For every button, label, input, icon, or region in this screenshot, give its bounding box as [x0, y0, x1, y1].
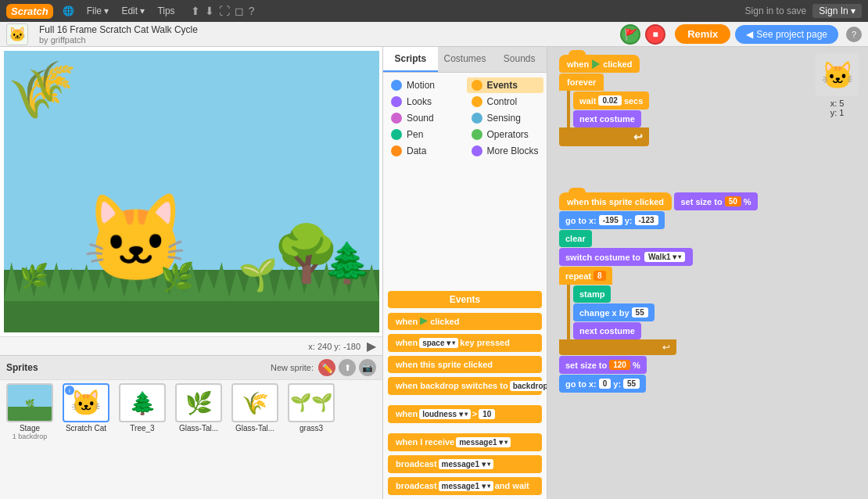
- reeds-left2: 🌾: [27, 59, 76, 104]
- category-sensing[interactable]: Sensing: [467, 110, 544, 126]
- palette-when-sprite-clicked[interactable]: when this sprite clicked: [388, 356, 542, 373]
- block-next-costume-1[interactable]: next costume: [573, 110, 641, 127]
- operators-dot: [472, 129, 482, 140]
- sprite-item-tree3[interactable]: 🌲 Tree_3: [116, 383, 169, 497]
- stage-coords: x: 240 y: -180 ▶: [0, 336, 382, 355]
- more-blocks-dot: [472, 145, 482, 156]
- stage-coord-text: x: 240 y: -180: [308, 342, 360, 351]
- sprite-item-grass3[interactable]: 🌱🌱 grass3: [285, 383, 338, 497]
- tab-scripts[interactable]: Scripts: [383, 47, 438, 72]
- paint-sprite-btn[interactable]: ✏️: [318, 359, 335, 376]
- pen-label: Pen: [407, 129, 423, 140]
- sign-in-to-save[interactable]: Sign in to save: [745, 5, 807, 16]
- block-clear[interactable]: clear: [559, 230, 592, 247]
- sprite-thumbnail-tree3: 🌲: [119, 383, 166, 422]
- stage-expand-btn[interactable]: ▶: [367, 339, 376, 354]
- tree-right2: 🌲: [323, 240, 371, 285]
- sprite-name-scratch-cat: Scratch Cat: [66, 424, 106, 433]
- sprite-info-btn[interactable]: i: [65, 386, 74, 395]
- shrub-left: 🌿: [20, 262, 48, 289]
- remix-button[interactable]: Remix: [675, 24, 730, 44]
- file-menu[interactable]: File ▾: [84, 4, 113, 18]
- sprites-header: Sprites New sprite: ✏️ ⬆ 📷: [0, 356, 382, 380]
- sign-in-btn[interactable]: Sign In ▾: [812, 4, 862, 18]
- sprite-preview: 🐱: [816, 53, 859, 96]
- palette-when-receive[interactable]: when I receive message1 ▾: [388, 433, 542, 451]
- see-project-label: See project page: [756, 29, 827, 40]
- stop-btn[interactable]: ■: [645, 24, 665, 45]
- stage-canvas[interactable]: 🌾 🌾 🌳 🌲 🐱 🌿 🌿 🌱: [4, 51, 379, 332]
- sprite-name-glasstall1: Glass-Tal...: [179, 424, 218, 433]
- sprite-name-tree3: Tree_3: [130, 424, 154, 433]
- block-when-flag-clicked[interactable]: when clicked: [559, 55, 640, 73]
- block-repeat[interactable]: repeat 8: [559, 267, 612, 285]
- sprite-icons: ✏️ ⬆ 📷: [318, 359, 376, 376]
- palette-when-backdrop-switches[interactable]: when backdrop switches to backdrop ▾: [388, 377, 542, 395]
- operators-label: Operators: [487, 129, 529, 140]
- see-project-icon: ◀: [746, 29, 753, 40]
- data-label: Data: [407, 145, 426, 156]
- tab-sounds[interactable]: Sounds: [492, 47, 547, 72]
- project-author: by griffpatch: [39, 35, 615, 45]
- help-icon[interactable]: ?: [249, 5, 255, 17]
- sprite-item-glasstall2[interactable]: 🌾 Glass-Tal...: [228, 383, 282, 497]
- camera-sprite-btn[interactable]: 📷: [359, 359, 376, 376]
- green-flag-btn[interactable]: 🚩: [620, 24, 640, 45]
- block-goto-xy-2[interactable]: go to x: 0 y: 55: [559, 375, 646, 393]
- block-set-size-50[interactable]: set size to 50 %: [674, 192, 757, 210]
- help-button[interactable]: ?: [846, 27, 862, 42]
- block-switch-costume[interactable]: switch costume to Walk1 ▾: [559, 248, 693, 266]
- block-goto-xy-1[interactable]: go to x: -195 y: -123: [559, 211, 665, 229]
- block-change-x[interactable]: change x by 55: [573, 303, 655, 321]
- edit-menu[interactable]: Edit ▾: [118, 4, 148, 18]
- sprites-label: Sprites: [6, 362, 271, 373]
- block-set-size-120[interactable]: set size to 120 %: [559, 356, 647, 374]
- category-events[interactable]: Events: [467, 77, 544, 93]
- block-when-sprite-clicked[interactable]: when this sprite clicked: [559, 192, 672, 210]
- stage-thumbnail: 🌿: [6, 383, 53, 422]
- category-pen[interactable]: Pen: [386, 127, 464, 142]
- main-layout: 🌾 🌾 🌳 🌲 🐱 🌿 🌿 🌱 x: 240 y: -180 ▶ Sprites…: [0, 47, 868, 499]
- block-next-costume-2[interactable]: next costume: [573, 322, 641, 339]
- sprite-thumbnail-scratch-cat: i 🐱: [63, 383, 109, 422]
- block-wait[interactable]: wait 0.02 secs: [573, 92, 649, 109]
- sprite-thumbnail-glasstall2: 🌾: [231, 383, 278, 422]
- category-sound[interactable]: Sound: [386, 110, 464, 126]
- motion-label: Motion: [407, 80, 435, 91]
- palette-when-loudness[interactable]: when loudness ▾ > 10: [388, 405, 542, 423]
- sprite-item-scratch-cat[interactable]: i 🐱 Scratch Cat: [59, 383, 113, 497]
- category-operators[interactable]: Operators: [467, 127, 544, 142]
- globe-btn[interactable]: 🌐: [59, 4, 77, 18]
- palette-spacer2: [388, 425, 542, 431]
- palette-broadcast-wait[interactable]: broadcast message1 ▾ and wait: [388, 477, 542, 495]
- fullscreen-icon[interactable]: ⛶: [219, 5, 230, 17]
- block-stamp[interactable]: stamp: [573, 285, 611, 303]
- download-icon[interactable]: ⬇: [205, 5, 214, 17]
- category-data[interactable]: Data: [386, 143, 464, 159]
- category-more-blocks[interactable]: More Blocks: [467, 143, 544, 159]
- tab-costumes[interactable]: Costumes: [438, 47, 493, 72]
- palette-when-flag-clicked[interactable]: when clicked: [388, 313, 542, 330]
- theater-icon[interactable]: ◻: [235, 5, 244, 17]
- stage-sprite-item[interactable]: 🌿 Stage 1 backdrop: [3, 383, 56, 497]
- new-sprite-label: New sprite:: [271, 363, 314, 372]
- scratch-logo[interactable]: Scratch: [6, 4, 53, 19]
- palette-broadcast[interactable]: broadcast message1 ▾: [388, 455, 542, 473]
- blocks-area: Scripts Costumes Sounds Motion Looks: [383, 47, 547, 499]
- scripts-area[interactable]: when clicked forever wait 0.02 secs: [547, 47, 868, 499]
- palette-when-key-pressed[interactable]: when space ▾ key pressed: [388, 334, 542, 352]
- upload-icon[interactable]: ⬆: [191, 5, 200, 17]
- category-looks[interactable]: Looks: [386, 94, 464, 109]
- sprite-item-glasstall1[interactable]: 🌿 Glass-Tal...: [172, 383, 225, 497]
- block-forever-container: forever wait 0.02 secs next costume: [559, 74, 649, 146]
- category-motion[interactable]: Motion: [386, 77, 464, 93]
- block-forever[interactable]: forever: [559, 74, 604, 91]
- upload-sprite-btn[interactable]: ⬆: [339, 359, 356, 376]
- sprite-info: 🐱 x: 5 y: 1: [816, 53, 859, 117]
- category-control[interactable]: Control: [467, 94, 544, 109]
- see-project-button[interactable]: ◀ See project page: [735, 25, 838, 44]
- sound-dot: [391, 113, 402, 124]
- tips-menu[interactable]: Tips: [154, 4, 178, 18]
- shrub-right: 🌱: [239, 257, 278, 293]
- sprite-y-coord: y: 1: [830, 108, 845, 117]
